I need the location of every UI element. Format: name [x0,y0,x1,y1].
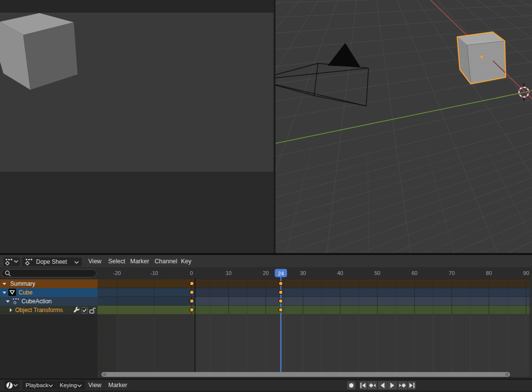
svg-text:50: 50 [374,270,380,276]
svg-text:24: 24 [278,271,284,276]
svg-text:90: 90 [523,270,529,276]
svg-text:-20: -20 [113,270,121,276]
svg-text:-10: -10 [150,270,158,276]
svg-text:30: 30 [300,270,306,276]
svg-text:40: 40 [337,270,343,276]
svg-text:70: 70 [449,270,454,276]
svg-text:80: 80 [486,270,492,276]
svg-text:0: 0 [190,270,193,276]
svg-text:10: 10 [226,270,232,276]
svg-text:20: 20 [263,270,269,276]
svg-text:60: 60 [412,270,417,276]
